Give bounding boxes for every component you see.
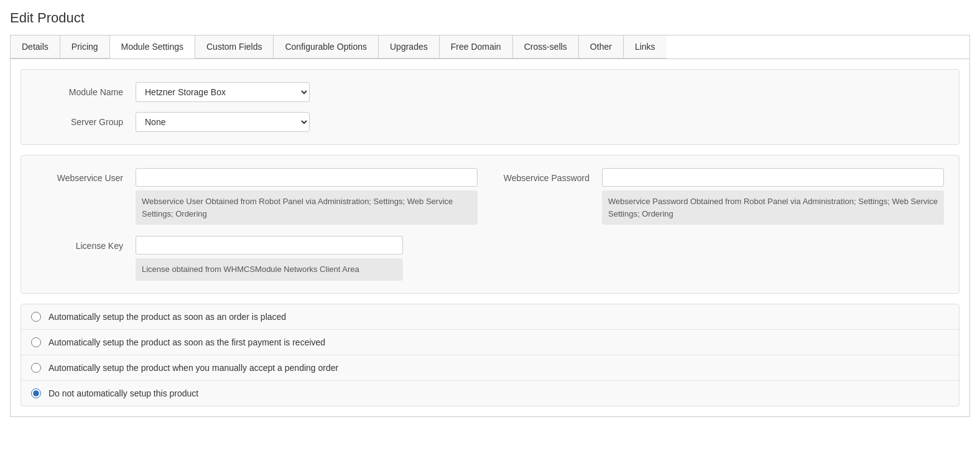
webservice-user-content: Webservice User Obtained from Robot Pane… xyxy=(136,168,478,225)
license-key-row: License Key License obtained from WHMCSM… xyxy=(36,236,944,281)
tab-custom-fields[interactable]: Custom Fields xyxy=(195,35,274,59)
tab-upgrades[interactable]: Upgrades xyxy=(379,35,440,59)
module-name-label: Module Name xyxy=(36,87,136,97)
radio-no-auto-label: Do not automatically setup this product xyxy=(49,388,198,398)
webservice-password-input[interactable] xyxy=(602,168,944,187)
server-group-row: Server Group None xyxy=(36,112,944,132)
radio-auto-pending[interactable] xyxy=(31,363,41,373)
tab-cross-sells[interactable]: Cross-sells xyxy=(513,35,579,59)
tab-free-domain[interactable]: Free Domain xyxy=(440,35,513,59)
webservice-card: Webservice User Webservice User Obtained… xyxy=(21,155,959,294)
radio-no-auto[interactable] xyxy=(31,388,41,398)
tab-bar: Details Pricing Module Settings Custom F… xyxy=(10,35,970,59)
tab-configurable-options[interactable]: Configurable Options xyxy=(274,35,379,59)
tab-links[interactable]: Links xyxy=(624,35,667,59)
license-key-input[interactable] xyxy=(136,236,403,255)
tab-module-settings[interactable]: Module Settings xyxy=(110,35,195,59)
server-group-select[interactable]: None xyxy=(136,112,310,132)
license-key-content: License obtained from WHMCSModule Networ… xyxy=(136,236,403,281)
radio-auto-order[interactable] xyxy=(31,312,41,322)
radio-auto-payment[interactable] xyxy=(31,337,41,347)
webservice-grid: Webservice User Webservice User Obtained… xyxy=(36,168,944,225)
webservice-user-label: Webservice User xyxy=(36,168,136,183)
radio-auto-pending-label: Automatically setup the product when you… xyxy=(49,363,338,373)
license-key-label: License Key xyxy=(36,236,136,251)
tab-details[interactable]: Details xyxy=(11,35,60,59)
radio-no-auto-row[interactable]: Do not automatically setup this product xyxy=(21,381,959,406)
page-title: Edit Product xyxy=(10,10,970,26)
webservice-user-input[interactable] xyxy=(136,168,478,187)
radio-auto-payment-row[interactable]: Automatically setup the product as soon … xyxy=(21,330,959,355)
webservice-user-hint: Webservice User Obtained from Robot Pane… xyxy=(136,190,478,225)
module-info-card: Module Name Hetzner Storage Box Server G… xyxy=(21,69,959,145)
server-group-label: Server Group xyxy=(36,117,136,127)
license-key-hint: License obtained from WHMCSModule Networ… xyxy=(136,258,403,281)
tab-pricing[interactable]: Pricing xyxy=(60,35,110,59)
webservice-password-label: Webservice Password xyxy=(502,168,602,183)
module-name-row: Module Name Hetzner Storage Box xyxy=(36,82,944,102)
webservice-user-group: Webservice User Webservice User Obtained… xyxy=(36,168,478,225)
radio-auto-order-row[interactable]: Automatically setup the product as soon … xyxy=(21,304,959,330)
webservice-password-content: Webservice Password Obtained from Robot … xyxy=(602,168,944,225)
radio-auto-order-label: Automatically setup the product as soon … xyxy=(49,312,286,322)
radio-auto-pending-row[interactable]: Automatically setup the product when you… xyxy=(21,355,959,381)
setup-options-card: Automatically setup the product as soon … xyxy=(21,304,959,406)
module-name-select[interactable]: Hetzner Storage Box xyxy=(136,82,310,102)
webservice-password-group: Webservice Password Webservice Password … xyxy=(502,168,944,225)
radio-auto-payment-label: Automatically setup the product as soon … xyxy=(49,337,325,347)
tab-other[interactable]: Other xyxy=(579,35,624,59)
webservice-password-hint: Webservice Password Obtained from Robot … xyxy=(602,190,944,225)
tab-content: Module Name Hetzner Storage Box Server G… xyxy=(10,59,970,417)
